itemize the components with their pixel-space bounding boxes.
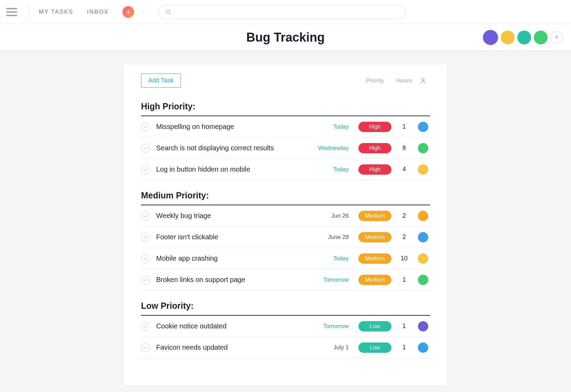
team-avatar[interactable] bbox=[483, 30, 498, 45]
task-name[interactable]: Log in button hidden on mobile bbox=[156, 165, 314, 173]
task-hours: 1 bbox=[392, 344, 416, 351]
nav-my-tasks[interactable]: MY TASKS bbox=[39, 9, 73, 15]
check-icon bbox=[143, 324, 148, 329]
complete-checkbox[interactable] bbox=[141, 211, 150, 220]
assignee-avatar[interactable] bbox=[418, 232, 428, 242]
check-icon bbox=[143, 167, 148, 172]
task-assignee-cell bbox=[416, 275, 430, 285]
column-header-priority: Priority bbox=[358, 77, 392, 84]
task-priority-cell: High bbox=[358, 122, 392, 132]
complete-checkbox[interactable] bbox=[141, 275, 150, 284]
task-name[interactable]: Misspelling on homepage bbox=[156, 123, 314, 131]
check-icon bbox=[143, 214, 148, 218]
task-due-date: June 28 bbox=[314, 234, 358, 241]
task-name[interactable]: Weekly bug triage bbox=[156, 212, 314, 220]
task-assignee-cell bbox=[416, 321, 430, 331]
assignee-avatar[interactable] bbox=[418, 275, 428, 285]
task-group: Medium Priority:Weekly bug triageJun 26M… bbox=[141, 190, 430, 291]
assignee-avatar[interactable] bbox=[418, 321, 428, 331]
add-member-button[interactable]: + bbox=[550, 31, 563, 44]
svg-point-0 bbox=[166, 10, 170, 13]
card-toolbar: Add Task Priority Hours bbox=[141, 74, 430, 88]
nav-inbox[interactable]: INBOX bbox=[87, 9, 109, 15]
complete-checkbox[interactable] bbox=[141, 144, 150, 153]
complete-checkbox[interactable] bbox=[141, 343, 150, 352]
task-row[interactable]: Footer isn't clickableJune 28Medium2 bbox=[141, 227, 430, 248]
page-title: Bug Tracking bbox=[8, 30, 563, 45]
assignee-avatar[interactable] bbox=[418, 122, 428, 132]
assignee-avatar[interactable] bbox=[418, 253, 428, 264]
group-title: Medium Priority: bbox=[141, 190, 430, 205]
task-name[interactable]: Footer isn't clickable bbox=[156, 233, 314, 241]
task-assignee-cell bbox=[416, 211, 430, 221]
priority-badge: High bbox=[358, 164, 391, 175]
hamburger-menu-icon[interactable] bbox=[6, 6, 19, 19]
task-priority-cell: Medium bbox=[358, 232, 392, 242]
task-priority-cell: Low bbox=[358, 321, 392, 331]
task-name[interactable]: Mobile app crashing bbox=[156, 254, 314, 262]
plus-icon: ＋ bbox=[125, 7, 132, 17]
task-due-date: Today bbox=[314, 166, 358, 173]
task-hours: 2 bbox=[392, 233, 416, 241]
task-priority-cell: High bbox=[358, 143, 392, 153]
priority-badge: Medium bbox=[358, 232, 391, 242]
task-assignee-cell bbox=[416, 122, 430, 132]
task-priority-cell: High bbox=[358, 164, 392, 175]
assignee-avatar[interactable] bbox=[418, 143, 428, 153]
complete-checkbox[interactable] bbox=[141, 322, 150, 331]
task-name[interactable]: Favicon needs updated bbox=[156, 344, 314, 351]
search-input[interactable] bbox=[176, 9, 399, 15]
project-header: Bug Tracking + bbox=[0, 24, 571, 51]
team-avatar[interactable] bbox=[534, 31, 548, 44]
add-task-button[interactable]: Add Task bbox=[141, 74, 181, 88]
task-row[interactable]: Log in button hidden on mobileTodayHigh4 bbox=[141, 159, 430, 180]
task-row[interactable]: Cookie notice outdatedTomorrowLow1 bbox=[141, 316, 430, 337]
priority-badge: High bbox=[358, 122, 391, 132]
assignee-avatar[interactable] bbox=[418, 342, 428, 353]
task-due-date: Tomorrow bbox=[314, 276, 358, 283]
task-row[interactable]: Favicon needs updatedJuly 1Low1 bbox=[141, 337, 430, 358]
task-row[interactable]: Misspelling on homepageTodayHigh1 bbox=[141, 116, 430, 138]
task-hours: 10 bbox=[392, 255, 416, 262]
assignee-avatar[interactable] bbox=[418, 211, 428, 221]
task-assignee-cell bbox=[416, 164, 430, 175]
svg-line-1 bbox=[170, 13, 171, 14]
task-row[interactable]: Mobile app crashingTodayMedium10 bbox=[141, 248, 430, 269]
task-group: High Priority:Misspelling on homepageTod… bbox=[141, 101, 430, 180]
team-avatars: + bbox=[483, 30, 563, 45]
search-box[interactable] bbox=[158, 5, 406, 19]
task-row[interactable]: Broken links on support pageTomorrowMedi… bbox=[141, 269, 430, 291]
assignee-avatar[interactable] bbox=[418, 164, 428, 175]
task-name[interactable]: Cookie notice outdated bbox=[156, 322, 314, 330]
team-avatar[interactable] bbox=[517, 31, 531, 44]
complete-checkbox[interactable] bbox=[141, 165, 150, 174]
priority-badge: Low bbox=[358, 321, 391, 331]
team-avatar[interactable] bbox=[501, 31, 515, 44]
task-hours: 8 bbox=[392, 144, 416, 152]
priority-badge: Medium bbox=[358, 211, 391, 221]
task-due-date: Today bbox=[314, 255, 358, 262]
quick-add-button[interactable]: ＋ bbox=[122, 6, 134, 18]
search-icon bbox=[165, 9, 172, 15]
complete-checkbox[interactable] bbox=[141, 122, 150, 131]
task-hours: 1 bbox=[392, 123, 416, 130]
person-icon bbox=[420, 77, 427, 85]
column-header-assignee bbox=[416, 77, 430, 85]
main-area: Add Task Priority Hours High Priority:Mi… bbox=[0, 51, 571, 392]
check-icon bbox=[143, 146, 148, 151]
complete-checkbox[interactable] bbox=[141, 233, 150, 242]
complete-checkbox[interactable] bbox=[141, 254, 150, 263]
check-icon bbox=[143, 124, 148, 129]
task-hours: 1 bbox=[392, 276, 416, 283]
task-group: Low Priority:Cookie notice outdatedTomor… bbox=[141, 301, 430, 358]
task-row[interactable]: Search is not displaying correct results… bbox=[141, 138, 430, 159]
task-priority-cell: Medium bbox=[358, 275, 392, 285]
svg-point-2 bbox=[422, 78, 424, 81]
task-name[interactable]: Broken links on support page bbox=[156, 276, 314, 284]
task-name[interactable]: Search is not displaying correct results bbox=[156, 144, 314, 152]
priority-badge: High bbox=[358, 143, 391, 153]
task-row[interactable]: Weekly bug triageJun 26Medium2 bbox=[141, 205, 430, 227]
column-header-hours: Hours bbox=[392, 77, 416, 84]
task-card: Add Task Priority Hours High Priority:Mi… bbox=[124, 65, 447, 386]
task-assignee-cell bbox=[416, 143, 430, 153]
